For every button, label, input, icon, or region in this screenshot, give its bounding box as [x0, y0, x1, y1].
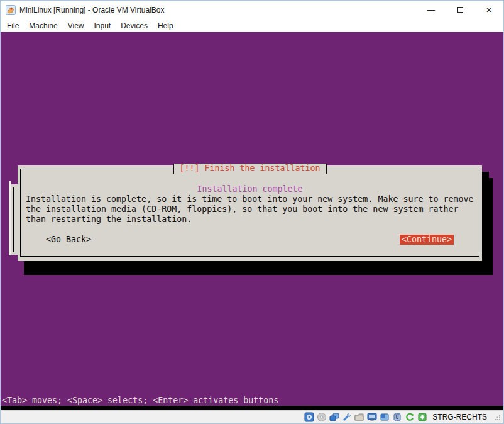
continue-button[interactable]: <Continue> [400, 235, 454, 245]
installer-help-line: <Tab> moves; <Space> selects; <Enter> ac… [2, 396, 278, 406]
resize-grip[interactable] [495, 414, 501, 420]
dialog-body-line: the installation media (CD-ROM, floppies… [26, 204, 474, 215]
menu-input[interactable]: Input [89, 20, 116, 31]
host-key-label: STRG-RECHTS [432, 413, 487, 421]
display-icon[interactable] [367, 412, 377, 422]
network-icon[interactable] [329, 412, 339, 422]
menu-file[interactable]: File [2, 20, 24, 31]
titlebar[interactable]: MiniLinux [Running] - Oracle VM VirtualB… [1, 1, 503, 19]
vm-console-screen[interactable]: [!!] Finish the installation Installatio… [1, 32, 503, 410]
features-icon[interactable]: U [392, 412, 402, 422]
console-bottom-band [1, 406, 503, 410]
virtualbox-window: MiniLinux [Running] - Oracle VM VirtualB… [0, 0, 504, 424]
usb-icon[interactable] [342, 412, 352, 422]
menu-view[interactable]: View [63, 20, 89, 31]
close-button[interactable]: ✕ [474, 1, 503, 19]
window-title: MiniLinux [Running] - Oracle VM VirtualB… [19, 6, 417, 14]
menubar: File Machine View Input Devices Help [1, 19, 503, 32]
dialog-body-line: Installation is complete, so it is time … [26, 194, 474, 204]
menu-help[interactable]: Help [153, 20, 178, 31]
dialog-heading: Installation complete [26, 184, 474, 194]
menu-machine[interactable]: Machine [24, 20, 62, 31]
hard-disks-icon[interactable] [304, 412, 314, 422]
optical-drives-icon[interactable] [317, 412, 327, 422]
virtualbox-vm-icon [6, 5, 16, 15]
minimize-button[interactable]: — [417, 1, 446, 19]
background-dialog-sliver [11, 184, 18, 255]
dialog-body-line: than restarting the installation. [26, 215, 474, 225]
installer-dialog-frame: [!!] Finish the installation Installatio… [20, 169, 479, 257]
shared-folders-icon[interactable] [354, 412, 364, 422]
recording-icon[interactable] [380, 412, 390, 422]
go-back-button[interactable]: <Go Back> [46, 235, 91, 245]
maximize-button[interactable] [446, 1, 474, 19]
installer-dialog: [!!] Finish the installation Installatio… [18, 165, 482, 261]
mouse-integration-icon[interactable] [405, 412, 415, 422]
dialog-title: [!!] Finish the installation [173, 164, 326, 174]
keyboard-icon[interactable] [417, 412, 427, 422]
svg-text:U: U [396, 415, 399, 420]
menu-devices[interactable]: Devices [116, 20, 153, 31]
statusbar: U STRG-RECHTS [1, 410, 503, 423]
